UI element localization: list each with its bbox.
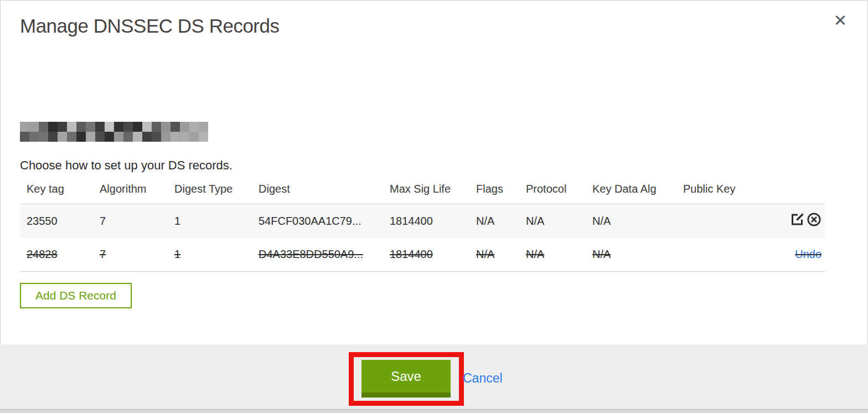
dnssec-modal: Manage DNSSEC DS Records ✕ Choose how to… [0, 0, 868, 413]
cell-protocol: N/A [519, 204, 586, 238]
cell-digest-type: 1 [168, 238, 252, 272]
cell-algorithm: 7 [93, 238, 168, 272]
table-row: 23550 7 1 54FCF030AA1C79... 1814400 N/A … [20, 204, 825, 238]
col-header-digest-type: Digest Type [168, 183, 252, 204]
col-header-actions [764, 183, 825, 204]
page-title: Manage DNSSEC DS Records [20, 15, 279, 37]
table-row: 24828 7 1 D4A33E8DD550A9... 1814400 N/A … [20, 238, 825, 272]
cell-key-tag: 23550 [20, 204, 93, 238]
col-header-protocol: Protocol [519, 183, 586, 204]
save-button[interactable]: Save [361, 360, 451, 397]
col-header-max-sig-life: Max Sig Life [383, 183, 469, 204]
cell-algorithm: 7 [93, 204, 168, 238]
cell-public-key [676, 204, 764, 238]
ds-records-description: Choose how to set up your DS records. [20, 158, 232, 173]
cell-flags: N/A [469, 204, 519, 238]
cell-max-sig-life: 1814400 [383, 204, 469, 238]
col-header-digest: Digest [252, 183, 383, 204]
ds-records-table: Key tag Algorithm Digest Type Digest Max… [20, 183, 825, 272]
cell-key-data-alg: N/A [586, 204, 676, 238]
cell-digest-type: 1 [168, 204, 252, 238]
cell-protocol: N/A [519, 238, 586, 272]
add-ds-record-button[interactable]: Add DS Record [20, 283, 132, 308]
cell-digest: 54FCF030AA1C79... [252, 204, 383, 238]
delete-circle-x-icon[interactable] [807, 212, 822, 227]
cell-digest: D4A33E8DD550A9... [252, 238, 383, 272]
cell-public-key [676, 238, 764, 272]
col-header-key-tag: Key tag [20, 183, 93, 204]
edit-pencil-square-icon[interactable] [790, 212, 805, 227]
cell-key-tag: 24828 [20, 238, 93, 272]
cell-actions [764, 204, 825, 238]
cell-actions: Undo [764, 238, 825, 272]
cell-key-data-alg: N/A [586, 238, 676, 272]
cell-max-sig-life: 1814400 [383, 238, 469, 272]
modal-footer: Save Cancel [0, 344, 868, 409]
cancel-link[interactable]: Cancel [463, 371, 503, 386]
cell-flags: N/A [469, 238, 519, 272]
undo-link[interactable]: Undo [795, 248, 822, 260]
col-header-public-key: Public Key [676, 183, 764, 204]
col-header-key-data-alg: Key Data Alg [586, 183, 676, 204]
redacted-domain-name [20, 122, 214, 142]
col-header-flags: Flags [469, 183, 519, 204]
close-icon[interactable]: ✕ [831, 11, 850, 30]
col-header-algorithm: Algorithm [93, 183, 168, 204]
table-header-row: Key tag Algorithm Digest Type Digest Max… [20, 183, 825, 204]
page-edge-behind-modal [0, 409, 868, 413]
